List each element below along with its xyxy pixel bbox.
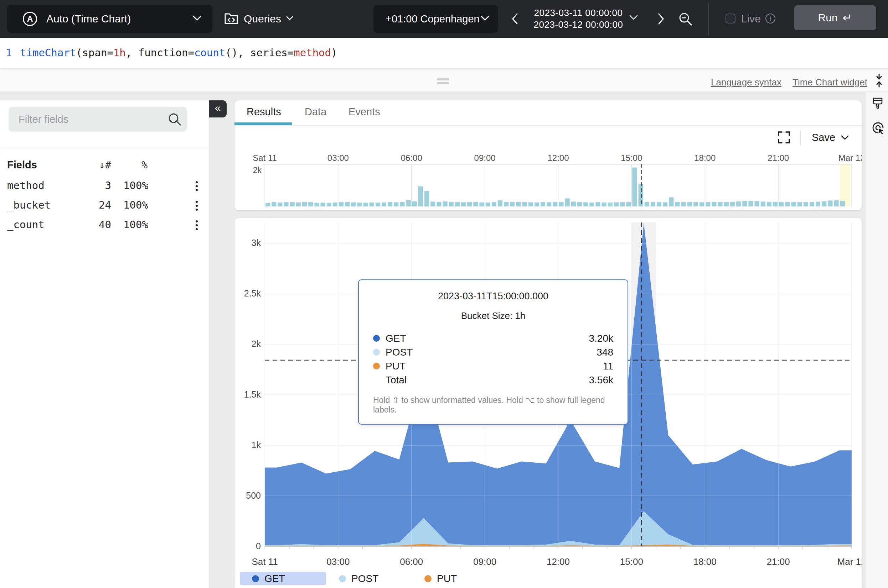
series-dot bbox=[373, 335, 380, 342]
run-button[interactable]: Run ↵ bbox=[794, 5, 876, 30]
query-editor[interactable]: 1 timeChart(span=1h, function=count(), s… bbox=[0, 38, 888, 68]
visualization-selector[interactable]: A Auto (Time Chart) bbox=[7, 5, 212, 33]
main-y-label: 500 bbox=[246, 490, 261, 501]
inspect-click-icon[interactable] bbox=[871, 121, 885, 136]
chart-legend: GETPOSTPUT bbox=[235, 572, 862, 588]
latest-bucket-band bbox=[840, 165, 850, 207]
time-range-end: 2023-03-12 00:00:00 bbox=[534, 19, 623, 31]
main-x-label: Sat 11 bbox=[251, 556, 278, 567]
mini-bar bbox=[773, 202, 778, 207]
info-icon[interactable]: i bbox=[765, 14, 775, 24]
series-dot-empty bbox=[373, 376, 380, 383]
time-chart-widget-link[interactable]: Time Chart widget bbox=[793, 77, 867, 88]
field-percent: 100% bbox=[123, 179, 148, 192]
mini-bar bbox=[528, 202, 533, 207]
zoom-out-time-icon[interactable] bbox=[678, 11, 694, 28]
field-row[interactable]: _count40100% bbox=[0, 214, 209, 234]
kebab-dot bbox=[196, 228, 198, 230]
query-token: (), series= bbox=[225, 46, 293, 59]
mini-bar bbox=[577, 202, 582, 207]
mini-bar bbox=[455, 202, 460, 207]
percent-column-header[interactable]: % bbox=[141, 159, 147, 171]
sidebar-divider bbox=[0, 148, 209, 148]
mini-bar bbox=[314, 203, 319, 207]
mini-bar bbox=[645, 202, 649, 207]
mini-bar bbox=[791, 202, 796, 207]
mini-bar bbox=[834, 200, 839, 207]
tooltip-series-row: GET3.20k bbox=[373, 332, 613, 345]
language-syntax-link[interactable]: Language syntax bbox=[711, 77, 781, 88]
mini-bar bbox=[424, 191, 429, 207]
main-y-label: 2.5k bbox=[244, 288, 261, 298]
mini-bar bbox=[333, 202, 337, 207]
mini-x-label: Mar 12 bbox=[838, 153, 862, 163]
main-x-label: 09:00 bbox=[473, 556, 497, 567]
legend-dot bbox=[339, 575, 346, 582]
field-row[interactable]: method3100% bbox=[0, 176, 209, 195]
tooltip-bucket-size: Bucket Size: 1h bbox=[373, 310, 613, 321]
field-menu-icon[interactable] bbox=[193, 219, 201, 232]
main-x-label: 21:00 bbox=[767, 556, 790, 567]
mini-bar bbox=[467, 202, 472, 207]
legend-item-put[interactable]: PUT bbox=[420, 572, 457, 585]
legend-label: GET bbox=[264, 573, 285, 585]
field-menu-icon[interactable] bbox=[193, 180, 201, 192]
mini-bar bbox=[559, 202, 564, 207]
mini-bar bbox=[828, 200, 832, 207]
legend-item-get[interactable]: GET bbox=[240, 572, 326, 585]
kebab-dot bbox=[196, 201, 198, 203]
mini-bar bbox=[589, 202, 594, 207]
mini-bar bbox=[461, 202, 466, 207]
field-menu-icon[interactable] bbox=[193, 200, 201, 212]
mini-bar bbox=[540, 202, 545, 207]
mini-bar bbox=[822, 201, 826, 207]
query-code[interactable]: timeChart(span=1h, function=count(), ser… bbox=[20, 46, 337, 59]
collapse-sidebar-button[interactable]: « bbox=[209, 100, 227, 117]
fields-sidebar: Fields ↓# % method3100%_bucket24100%_cou… bbox=[0, 100, 209, 588]
mini-bar bbox=[657, 202, 661, 207]
mini-bar bbox=[339, 202, 343, 207]
style-brush-icon[interactable] bbox=[871, 97, 884, 112]
series-dot bbox=[373, 349, 380, 356]
mini-bar bbox=[278, 202, 282, 207]
mini-x-label: 12:00 bbox=[547, 153, 569, 163]
editor-resize-handle[interactable] bbox=[437, 78, 449, 86]
mini-bar bbox=[370, 202, 374, 207]
mini-bar bbox=[614, 202, 619, 207]
time-shift-back-button[interactable] bbox=[509, 9, 521, 29]
mini-bar bbox=[290, 202, 295, 207]
queries-menu-button[interactable]: Queries bbox=[224, 5, 293, 33]
fields-table: Fields ↓# % method3100%_bucket24100%_cou… bbox=[0, 156, 209, 234]
mini-bar bbox=[436, 202, 441, 207]
timezone-selector[interactable]: +01:00 Copenhagen bbox=[373, 5, 498, 33]
mini-bar bbox=[638, 184, 643, 207]
mini-bar bbox=[376, 202, 380, 207]
mini-bar bbox=[755, 201, 759, 207]
count-column-header[interactable]: ↓# bbox=[99, 159, 111, 171]
mini-bar bbox=[694, 202, 698, 207]
time-shift-forward-button[interactable] bbox=[655, 9, 667, 29]
mini-bar bbox=[804, 202, 808, 207]
mini-bar bbox=[321, 202, 325, 207]
collapse-vertical-icon[interactable] bbox=[873, 74, 885, 89]
legend-dot bbox=[424, 575, 432, 582]
mini-bar bbox=[504, 202, 509, 207]
mini-bar bbox=[510, 202, 515, 207]
time-range-selector[interactable]: 2023-03-11 00:00:00 2023-03-12 00:00:00 bbox=[528, 5, 629, 33]
mini-bar bbox=[810, 202, 814, 207]
mini-bar bbox=[602, 202, 607, 207]
chart-tooltip: 2023-03-11T15:00:00.000 Bucket Size: 1h … bbox=[358, 279, 628, 424]
mini-bar bbox=[553, 202, 557, 207]
live-checkbox[interactable] bbox=[725, 14, 736, 24]
legend-item-post[interactable]: POST bbox=[335, 572, 378, 585]
overview-histogram[interactable]: Sat 1103:0006:0009:0012:0015:0018:0021:0… bbox=[235, 100, 862, 210]
chevron-down-icon[interactable] bbox=[629, 15, 638, 22]
mini-bar bbox=[816, 202, 820, 207]
mini-bar bbox=[296, 202, 301, 207]
filter-fields-input[interactable] bbox=[9, 107, 187, 132]
mini-bar bbox=[473, 202, 478, 207]
mini-bar bbox=[400, 202, 405, 207]
field-row[interactable]: _bucket24100% bbox=[0, 195, 209, 214]
mini-bar bbox=[840, 201, 845, 207]
mini-bar bbox=[632, 168, 637, 207]
